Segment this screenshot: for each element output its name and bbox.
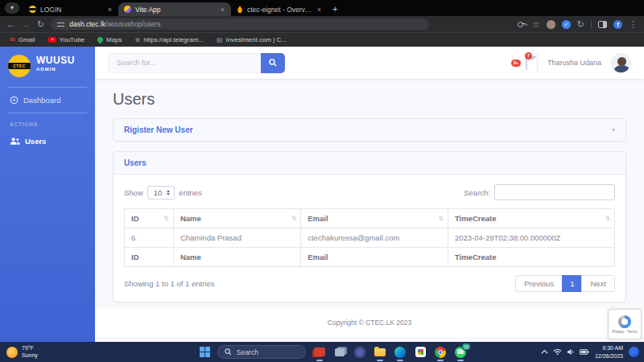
previous-page-button[interactable]: Previous [515,275,563,292]
bookmark-star-icon[interactable]: ☆ [532,20,540,29]
column-header-timecreate[interactable]: TimeCreate⇅ [448,209,614,228]
bookmark-maps[interactable]: Maps [97,36,122,43]
page-body: Users Rigister New User ▾ Users Sho [95,79,644,342]
search-icon [269,59,277,67]
map-pin-icon [97,36,105,44]
main-area: 3+ 7 Tharusha Udana Users Rigister New U… [95,47,644,342]
weather-text: 79°F Sunny [22,345,38,360]
user-email-cell: ctechakuressa@gmail.com [301,228,448,248]
sidebar: WUUSU ADMIN Dashboard ACTIONS Users [0,47,95,342]
bookmark-investment[interactable]: ▤Investment.com | C... [217,36,287,43]
recaptcha-badge[interactable]: Privacy - Terms [608,309,642,339]
user-name-cell: Chaminda Prasad [173,228,300,248]
topbar-right: 3+ 7 Tharusha Udana [516,53,631,73]
back-icon[interactable]: ← [6,20,15,29]
globe-icon: ⊕ [135,36,141,43]
user-avatar[interactable] [611,53,631,73]
browser-menu-icon[interactable]: ⋮ [629,20,638,29]
browser-tab-firebase[interactable]: ctec-eignet - Overview - Fireb... × [231,2,328,16]
browser-tab-login[interactable]: LOGIN × [23,2,118,16]
side-panel-icon[interactable] [598,21,607,28]
chrome-button[interactable] [434,346,447,359]
weather-temp: 79°F [22,345,34,351]
taskbar-clock[interactable]: 9:30 AM 12/26/2023 [595,344,623,359]
close-tab-icon[interactable]: × [220,6,225,14]
page-length-select[interactable]: 10 [147,186,175,200]
taskbar-app-purple[interactable] [353,346,366,359]
column-header-name[interactable]: Name⇅ [173,209,300,228]
messages-button[interactable]: 7 [526,56,527,70]
column-label: ID [131,214,139,223]
register-user-card-header[interactable]: Rigister New User ▾ [114,119,625,141]
taskbar-search[interactable]: Search [217,345,306,359]
brand-label: WUUSU [36,55,75,66]
edge-button[interactable] [394,346,407,359]
sidebar-item-dashboard[interactable]: Dashboard [0,88,95,113]
pagination: Previous 1 Next [515,275,615,292]
next-page-button[interactable]: Next [581,275,615,292]
notification-icon[interactable] [629,347,639,357]
reload-icon[interactable]: ↻ [37,20,44,29]
topbar-search-button[interactable] [261,53,285,73]
bookmark-label: https://api.telegram... [143,36,204,43]
profile-icon[interactable]: f [613,20,622,29]
page-1-button[interactable]: 1 [562,275,582,292]
tab-search-button[interactable]: ▾ [5,2,19,14]
file-explorer-button[interactable] [374,346,386,359]
new-tab-button[interactable]: + [332,4,337,14]
table-search-input[interactable] [494,184,615,200]
bookmark-gmail[interactable]: ✉Gmail [10,36,35,43]
password-key-icon[interactable] [518,20,526,28]
column-header-email[interactable]: Email⇅ [301,209,448,228]
dashboard-icon [10,96,19,105]
user-id-link[interactable]: 6 [125,228,174,248]
search-label: Search: [464,188,490,197]
browser-tabstrip: ▾ LOGIN × Vite App × ctec-eignet - Overv… [0,0,644,16]
start-button[interactable] [200,347,210,357]
show-label: Show [124,188,143,197]
sort-icon[interactable]: ⇅ [439,215,444,222]
sidebar-item-label: Dashboard [23,96,60,105]
screen: ▾ LOGIN × Vite App × ctec-eignet - Overv… [0,0,644,362]
address-bar[interactable]: dash.ctec.lk/wuusushop/users [51,19,429,30]
chrome-icon [435,347,446,358]
page-title: Users [113,90,626,109]
close-tab-icon[interactable]: × [107,6,113,14]
tab-title: LOGIN [40,6,103,14]
column-header-id[interactable]: ID⇅ [125,209,174,228]
history-icon[interactable]: ↻ [577,20,584,29]
whatsapp-button[interactable]: ☎10 [454,346,467,359]
taskbar-app-light[interactable] [414,346,427,359]
battery-icon[interactable] [580,349,589,355]
sidebar-item-users[interactable]: Users [0,129,95,154]
task-view-button[interactable] [333,346,346,359]
close-tab-icon[interactable]: × [316,6,322,14]
whatsapp-badge: 10 [461,343,471,351]
entries-label: entries [179,188,202,197]
tray-time: 9:30 AM [602,345,623,351]
brand[interactable]: WUUSU ADMIN [0,47,95,87]
topbar-search-input[interactable] [108,53,261,73]
sort-icon[interactable]: ⇅ [605,215,610,222]
site-info-icon[interactable] [57,22,64,27]
forward-icon[interactable]: → [22,20,31,29]
url-text: dash.ctec.lk/wuusushop/users [69,20,160,28]
table-row: 6 Chaminda Prasad ctechakuressa@gmail.co… [125,228,615,248]
firebase-favicon-icon [237,6,243,13]
taskbar-app-remote[interactable] [313,346,326,359]
tray-expand-icon[interactable] [541,349,548,355]
extension-check-icon[interactable]: ✓ [562,20,571,29]
weather-desc: Sunny [22,352,38,358]
sort-icon[interactable]: ⇅ [164,215,169,222]
extension-avatar-icon[interactable] [547,20,555,29]
divider [537,54,538,72]
wifi-icon[interactable] [553,348,562,356]
bookmark-telegram-api[interactable]: ⊕https://api.telegram... [135,36,204,43]
bookmark-youtube[interactable]: YouTube [48,36,85,43]
copyright-footer: Copyright © CTEC.LK 2023 [95,308,644,337]
volume-icon[interactable] [567,348,575,356]
browser-tab-vite-app[interactable]: Vite App × [118,2,231,16]
folder-icon [374,348,386,356]
sort-icon[interactable]: ⇅ [291,215,296,222]
taskbar-weather[interactable]: 79°F Sunny [6,342,38,362]
